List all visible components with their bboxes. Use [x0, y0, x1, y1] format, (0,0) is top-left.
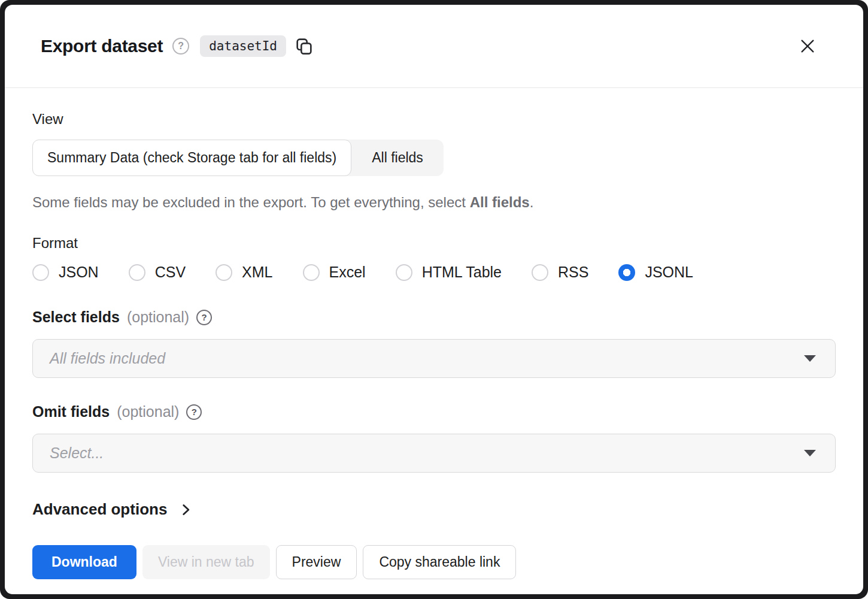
- radio-circle-icon: [216, 264, 232, 281]
- select-fields-label-row: Select fields (optional) ?: [32, 308, 836, 326]
- modal-body: View Summary Data (check Storage tab for…: [5, 111, 863, 579]
- radio-label: RSS: [558, 264, 588, 281]
- format-radio-rss[interactable]: RSS: [532, 264, 588, 281]
- format-radio-excel[interactable]: Excel: [303, 264, 366, 281]
- radio-circle-icon: [396, 264, 412, 281]
- copy-shareable-link-button[interactable]: Copy shareable link: [363, 545, 516, 579]
- dataset-id-badge: datasetId: [200, 35, 286, 57]
- chevron-down-icon: [804, 450, 816, 456]
- question-circle-icon[interactable]: ?: [186, 404, 202, 420]
- format-radio-csv[interactable]: CSV: [129, 264, 186, 281]
- view-segmented-control: Summary Data (check Storage tab for all …: [32, 140, 444, 176]
- view-label: View: [32, 111, 836, 128]
- radio-label: HTML Table: [422, 264, 502, 281]
- modal-title: Export dataset: [41, 36, 163, 56]
- format-radio-jsonl[interactable]: JSONL: [618, 264, 693, 281]
- select-fields-placeholder: All fields included: [50, 350, 804, 367]
- format-radio-xml[interactable]: XML: [216, 264, 272, 281]
- view-option-all-fields[interactable]: All fields: [351, 140, 444, 176]
- omit-fields-dropdown[interactable]: Select...: [32, 434, 836, 473]
- omit-fields-label: Omit fields: [32, 403, 110, 420]
- question-circle-icon[interactable]: ?: [196, 310, 212, 325]
- export-hint-text: Some fields may be excluded in the expor…: [32, 194, 836, 211]
- close-button[interactable]: [799, 37, 817, 55]
- hint-bold: All fields: [470, 194, 530, 210]
- radio-circle-icon: [32, 264, 49, 281]
- preview-button[interactable]: Preview: [276, 545, 357, 579]
- select-fields-label: Select fields: [32, 308, 120, 326]
- format-radio-json[interactable]: JSON: [32, 264, 99, 281]
- radio-selected-icon: [618, 264, 635, 281]
- radio-label: CSV: [155, 264, 186, 281]
- radio-circle-icon: [532, 264, 548, 281]
- action-buttons-row: Download View in new tab Preview Copy sh…: [32, 545, 836, 579]
- hint-prefix: Some fields may be excluded in the expor…: [32, 194, 470, 210]
- select-fields-optional: (optional): [127, 308, 189, 326]
- format-radio-group: JSON CSV XML Excel HTML Table RSS: [32, 264, 836, 281]
- view-option-summary-data[interactable]: Summary Data (check Storage tab for all …: [32, 140, 351, 176]
- download-button[interactable]: Download: [32, 545, 136, 579]
- view-in-new-tab-button[interactable]: View in new tab: [142, 545, 270, 579]
- radio-label: XML: [242, 264, 272, 281]
- chevron-right-icon: [178, 502, 193, 518]
- close-icon: [799, 37, 817, 55]
- radio-label: JSON: [59, 264, 99, 281]
- modal-header: Export dataset ? datasetId: [5, 5, 863, 88]
- omit-fields-optional: (optional): [117, 403, 179, 420]
- export-dataset-modal: Export dataset ? datasetId View: [5, 5, 863, 594]
- radio-label: Excel: [329, 264, 366, 281]
- radio-label: JSONL: [645, 264, 693, 281]
- chevron-down-icon: [804, 355, 816, 362]
- radio-circle-icon: [129, 264, 145, 281]
- hint-suffix: .: [530, 194, 534, 210]
- format-label: Format: [32, 235, 836, 252]
- advanced-options-label: Advanced options: [32, 500, 167, 519]
- omit-fields-placeholder: Select...: [50, 444, 804, 462]
- radio-circle-icon: [303, 264, 320, 281]
- select-fields-dropdown[interactable]: All fields included: [32, 339, 836, 378]
- omit-fields-label-row: Omit fields (optional) ?: [32, 403, 836, 420]
- copy-dataset-id-button[interactable]: [295, 37, 314, 56]
- advanced-options-toggle[interactable]: Advanced options: [32, 500, 193, 519]
- copy-icon: [295, 37, 314, 56]
- question-circle-icon[interactable]: ?: [172, 38, 189, 55]
- format-radio-html-table[interactable]: HTML Table: [396, 264, 502, 281]
